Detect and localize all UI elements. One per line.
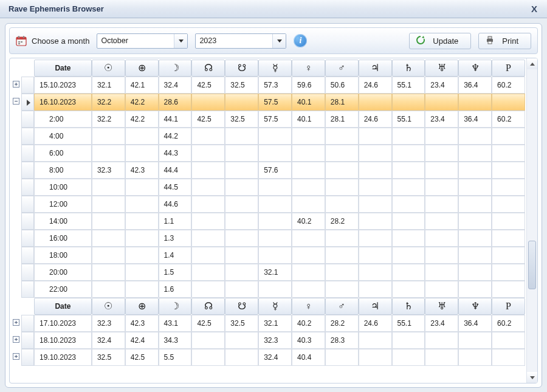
svg-rect-3	[23, 36, 24, 38]
info-icon[interactable]: i	[294, 34, 307, 47]
print-label: Print	[502, 36, 518, 46]
hour-row[interactable]: 16:00 1.3	[11, 230, 525, 247]
table-row[interactable]: 17.10.2023 32.342.343.142.532.532.140.22…	[11, 315, 525, 332]
scroll-up-icon[interactable]	[527, 58, 537, 69]
hour-row[interactable]: 10:00 44.5	[11, 179, 525, 196]
update-label: Update	[433, 36, 458, 46]
col-saturn[interactable]: ♄	[392, 298, 425, 315]
col-mercury[interactable]: ☿	[258, 60, 292, 77]
scroll-down-icon[interactable]	[527, 372, 537, 383]
expand-icon[interactable]	[13, 353, 19, 360]
table-row[interactable]: 15.10.2023 32.1 42.1 32.4 42.5 32.5 57.3…	[11, 77, 525, 94]
year-value: 2023	[199, 36, 216, 45]
hour-row[interactable]: 14:00 1.140.228.2	[11, 213, 525, 230]
col-jupiter[interactable]: ♃	[359, 60, 392, 77]
vertical-scrollbar[interactable]	[526, 58, 537, 383]
col-sun[interactable]: ☉	[92, 298, 125, 315]
hour-row[interactable]: 8:00 32.342.344.457.6	[11, 162, 525, 179]
header-row: Date ☉ ⊕ ☽ ☊ ☋ ☿ ♀ ♂ ♃ ♄ ♅ ♆ P	[11, 60, 525, 77]
col-mars[interactable]: ♂	[325, 60, 359, 77]
col-mercury[interactable]: ☿	[258, 298, 292, 315]
col-date[interactable]: Date	[34, 60, 92, 77]
svg-rect-9	[488, 41, 492, 44]
grid[interactable]: Date ☉ ⊕ ☽ ☊ ☋ ☿ ♀ ♂ ♃ ♄ ♅ ♆ P 15.10.202…	[10, 58, 526, 383]
hour-row[interactable]: 4:00 44.2	[11, 128, 525, 145]
ephemeris-table: Date ☉ ⊕ ☽ ☊ ☋ ☿ ♀ ♂ ♃ ♄ ♅ ♆ P 15.10.202…	[11, 60, 525, 366]
hour-row[interactable]: 20:00 1.532.1	[11, 264, 525, 281]
col-nnode[interactable]: ☊	[191, 298, 225, 315]
svg-rect-4	[18, 41, 20, 43]
hour-row[interactable]: 22:00 1.6	[11, 281, 525, 298]
expand-icon[interactable]	[13, 319, 19, 326]
col-moon[interactable]: ☽	[159, 60, 192, 77]
col-earth[interactable]: ⊕	[125, 298, 159, 315]
svg-rect-8	[488, 36, 492, 39]
svg-rect-5	[21, 41, 22, 43]
col-snode[interactable]: ☋	[225, 298, 258, 315]
current-row-marker-icon	[27, 100, 30, 106]
year-combo[interactable]: 2023	[195, 33, 286, 49]
col-sun[interactable]: ☉	[92, 60, 125, 77]
row-indicator	[21, 77, 34, 94]
content-card: Choose a month October 2023 i Update	[5, 23, 542, 388]
col-snode[interactable]: ☋	[225, 60, 258, 77]
hour-row[interactable]: 12:00 44.6	[11, 196, 525, 213]
calendar-icon	[16, 35, 27, 46]
col-saturn[interactable]: ♄	[392, 60, 425, 77]
expand-icon[interactable]	[13, 336, 19, 343]
col-venus[interactable]: ♀	[292, 298, 325, 315]
expand-icon[interactable]	[13, 81, 19, 88]
col-venus[interactable]: ♀	[292, 60, 325, 77]
col-nnode[interactable]: ☊	[191, 60, 225, 77]
col-moon[interactable]: ☽	[159, 298, 192, 315]
hour-row[interactable]: 2:00 32.242.244.142.532.557.540.128.124.…	[11, 111, 525, 128]
choose-month-text: Choose a month	[32, 36, 89, 46]
col-mars[interactable]: ♂	[325, 298, 359, 315]
printer-icon	[485, 35, 495, 47]
chevron-down-icon[interactable]	[272, 34, 286, 48]
hour-row[interactable]: 6:00 44.3	[11, 145, 525, 162]
col-date[interactable]: Date	[34, 298, 92, 315]
svg-rect-1	[16, 37, 26, 40]
scroll-thumb[interactable]	[528, 241, 536, 289]
col-jupiter[interactable]: ♃	[359, 298, 392, 315]
table-row[interactable]: 18.10.2023 32.442.434.332.340.328.3	[11, 332, 525, 349]
choose-month-label: Choose a month	[16, 35, 89, 46]
print-button[interactable]: Print	[478, 33, 531, 49]
col-uranus[interactable]: ♅	[425, 60, 458, 77]
month-value: October	[101, 36, 128, 45]
col-neptune[interactable]: ♆	[458, 298, 492, 315]
collapse-icon[interactable]	[13, 98, 19, 105]
hour-row[interactable]: 18:00 1.4	[11, 247, 525, 264]
svg-rect-6	[18, 43, 20, 44]
chevron-down-icon[interactable]	[174, 34, 187, 48]
col-uranus[interactable]: ♅	[425, 298, 458, 315]
titlebar: Rave Ephemeris Browser X	[0, 0, 547, 18]
col-neptune[interactable]: ♆	[458, 60, 492, 77]
svg-rect-2	[18, 36, 19, 38]
grid-panel: Date ☉ ⊕ ☽ ☊ ☋ ☿ ♀ ♂ ♃ ♄ ♅ ♆ P 15.10.202…	[9, 58, 538, 383]
col-earth[interactable]: ⊕	[125, 60, 159, 77]
col-pluto[interactable]: P	[492, 60, 525, 77]
toolbar: Choose a month October 2023 i Update	[9, 27, 538, 54]
table-row[interactable]: 19.10.2023 32.542.55.532.440.4	[11, 349, 525, 366]
table-row-selected[interactable]: 16.10.2023 32.2 42.2 28.6 57.5 40.1 28.1	[11, 94, 525, 111]
close-button[interactable]: X	[528, 2, 541, 16]
update-button[interactable]: Update	[409, 33, 471, 49]
col-pluto[interactable]: P	[492, 298, 525, 315]
month-combo[interactable]: October	[97, 33, 188, 49]
row-indicator-active	[21, 94, 34, 111]
refresh-icon	[416, 35, 425, 47]
window-title: Rave Ephemeris Browser	[9, 4, 104, 13]
header-row: Date ☉ ⊕ ☽ ☊ ☋ ☿ ♀ ♂ ♃ ♄ ♅ ♆ P	[11, 298, 525, 315]
